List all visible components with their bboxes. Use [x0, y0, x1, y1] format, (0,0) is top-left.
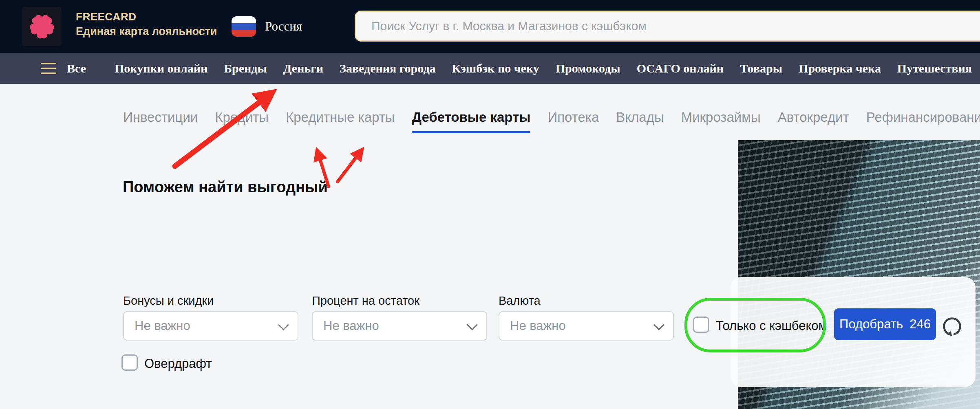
submit-label: Подобрать	[839, 317, 903, 332]
tab-credit-cards[interactable]: Кредитные карты	[286, 109, 395, 125]
chevron-down-icon	[653, 319, 664, 330]
tab-autocredit[interactable]: Автокредит	[778, 109, 849, 125]
chevron-down-icon	[467, 319, 478, 330]
nav-items: Покупки онлайн Бренды Деньги Заведения г…	[115, 62, 972, 75]
annotation-arrow-money	[175, 94, 271, 166]
dropdown-value: Не важно	[135, 319, 190, 333]
brand-subtitle: Единая карта лояльности	[76, 24, 217, 39]
bonuses-dropdown[interactable]: Не важно	[123, 311, 298, 341]
dropdown-value: Не важно	[323, 319, 379, 333]
reset-filters-button[interactable]	[942, 315, 963, 336]
nav-item-osago[interactable]: ОСАГО онлайн	[637, 62, 724, 75]
country-selector[interactable]: Россия	[232, 0, 302, 53]
dropdown-value: Не важно	[510, 319, 566, 333]
nav-item-promocodes[interactable]: Промокоды	[556, 62, 620, 75]
nav-item-receipt-cashback[interactable]: Кэшбэк по чеку	[452, 62, 539, 75]
submit-button[interactable]: Подобрать 246	[834, 308, 936, 340]
filter-label: Валюта	[499, 293, 674, 308]
refresh-icon	[942, 315, 963, 336]
filter-group-interest: Процент на остаток Не важно	[312, 293, 487, 341]
nav-item-brands[interactable]: Бренды	[224, 62, 267, 75]
brand-block: FREECARD Единая карта лояльности	[76, 10, 217, 39]
tab-microloans[interactable]: Микрозаймы	[681, 109, 761, 125]
freecard-logo[interactable]	[22, 7, 62, 46]
tab-debit-cards[interactable]: Дебетовые карты	[412, 109, 530, 125]
overdraft-checkbox[interactable]	[121, 354, 138, 371]
russia-flag-icon	[232, 16, 256, 37]
tab-refinancing[interactable]: Рефинансирование	[866, 109, 980, 125]
app-header: FREECARD Единая карта лояльности Россия	[0, 0, 980, 53]
interest-dropdown[interactable]: Не важно	[312, 311, 487, 341]
brand-title: FREECARD	[76, 10, 217, 24]
nav-item-receipt-check[interactable]: Проверка чека	[799, 62, 881, 75]
filter-group-currency: Валюта Не важно	[499, 293, 674, 341]
nav-item-money[interactable]: Деньги	[283, 62, 323, 75]
nav-item-online-shopping[interactable]: Покупки онлайн	[115, 62, 207, 75]
filter-label: Бонусы и скидки	[123, 293, 298, 308]
hearts-logo-icon	[24, 9, 60, 44]
page: FREECARD Единая карта лояльности Россия …	[0, 0, 980, 409]
tab-deposits[interactable]: Вклады	[616, 109, 664, 125]
filter-group-bonuses: Бонусы и скидки Не важно	[123, 293, 298, 341]
tab-investments[interactable]: Инвестиции	[123, 109, 198, 125]
annotation-arrow-debit-cards	[338, 151, 361, 182]
nav-item-all[interactable]: Все	[41, 62, 86, 75]
country-name: Россия	[265, 19, 302, 34]
category-tabs: Инвестиции Кредиты Кредитные карты Дебет…	[123, 109, 980, 125]
search-input[interactable]	[355, 11, 980, 42]
cashback-checkbox[interactable]	[693, 317, 709, 333]
currency-dropdown[interactable]: Не важно	[499, 311, 674, 341]
overdraft-label: Овердрафт	[144, 356, 212, 371]
tab-mortgage[interactable]: Ипотека	[547, 109, 599, 125]
nav-all-label: Все	[67, 62, 86, 75]
filter-label: Процент на остаток	[312, 293, 487, 308]
submit-count: 246	[909, 317, 931, 332]
cashback-label: Только с кэшбеком	[716, 319, 827, 333]
nav-item-travel[interactable]: Путешествия	[897, 62, 972, 75]
main-nav: Все Покупки онлайн Бренды Деньги Заведен…	[0, 53, 980, 84]
tab-credits[interactable]: Кредиты	[215, 109, 269, 125]
menu-icon	[41, 63, 56, 74]
nav-item-goods[interactable]: Товары	[740, 62, 782, 75]
headline: Поможем найти выгодный	[123, 178, 328, 196]
nav-item-city-places[interactable]: Заведения города	[340, 62, 436, 75]
chevron-down-icon	[278, 319, 289, 330]
